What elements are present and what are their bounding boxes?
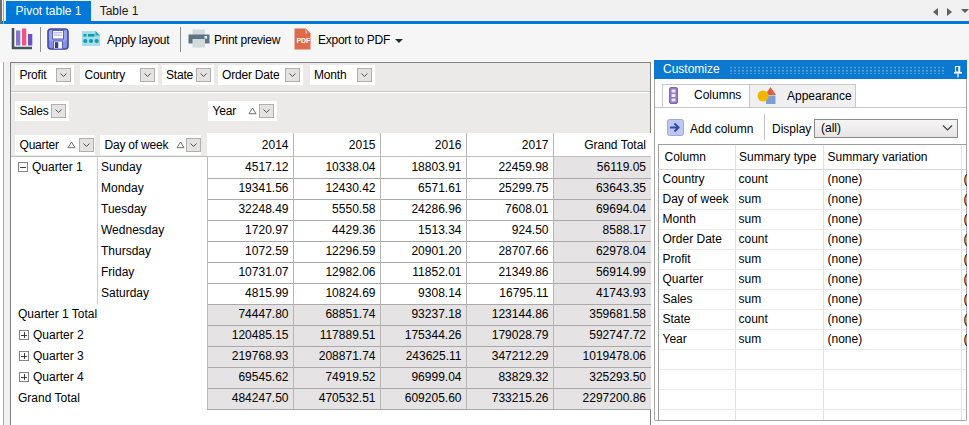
svg-text:PDF: PDF <box>296 37 311 44</box>
